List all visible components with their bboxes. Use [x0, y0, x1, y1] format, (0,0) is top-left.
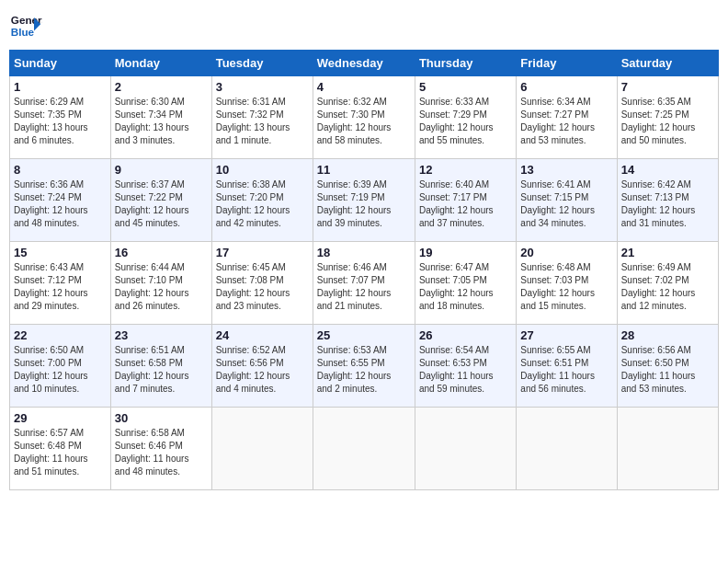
day-info: Sunrise: 6:40 AM Sunset: 7:17 PM Dayligh…: [419, 178, 512, 230]
day-number: 14: [621, 163, 714, 177]
header-cell-sunday: Sunday: [10, 51, 111, 76]
page-header: General Blue: [9, 9, 719, 42]
day-info: Sunrise: 6:53 AM Sunset: 6:55 PM Dayligh…: [317, 344, 411, 396]
header-cell-monday: Monday: [110, 51, 211, 76]
day-number: 10: [216, 163, 309, 177]
day-cell: 18Sunrise: 6:46 AM Sunset: 7:07 PM Dayli…: [313, 242, 415, 325]
day-cell: 1Sunrise: 6:29 AM Sunset: 7:35 PM Daylig…: [10, 76, 111, 159]
day-info: Sunrise: 6:34 AM Sunset: 7:27 PM Dayligh…: [520, 96, 612, 147]
day-info: Sunrise: 6:54 AM Sunset: 6:53 PM Dayligh…: [419, 344, 512, 396]
day-cell: 11Sunrise: 6:39 AM Sunset: 7:19 PM Dayli…: [313, 159, 415, 242]
day-number: 30: [115, 411, 208, 425]
day-cell: 23Sunrise: 6:51 AM Sunset: 6:58 PM Dayli…: [110, 325, 211, 408]
day-cell: 7Sunrise: 6:35 AM Sunset: 7:25 PM Daylig…: [617, 76, 718, 159]
day-info: Sunrise: 6:46 AM Sunset: 7:07 PM Dayligh…: [317, 261, 411, 313]
day-number: 9: [115, 163, 208, 177]
day-number: 18: [317, 246, 411, 259]
day-info: Sunrise: 6:57 AM Sunset: 6:48 PM Dayligh…: [14, 427, 107, 478]
day-info: Sunrise: 6:47 AM Sunset: 7:05 PM Dayligh…: [419, 261, 512, 313]
day-number: 22: [14, 328, 107, 342]
day-cell: [415, 408, 516, 490]
day-cell: 29Sunrise: 6:57 AM Sunset: 6:48 PM Dayli…: [10, 408, 111, 490]
day-number: 19: [419, 246, 512, 259]
day-cell: 9Sunrise: 6:37 AM Sunset: 7:22 PM Daylig…: [110, 159, 211, 242]
day-info: Sunrise: 6:30 AM Sunset: 7:34 PM Dayligh…: [115, 96, 208, 147]
day-cell: 3Sunrise: 6:31 AM Sunset: 7:32 PM Daylig…: [211, 76, 313, 159]
calendar-header: SundayMondayTuesdayWednesdayThursdayFrid…: [10, 51, 719, 76]
day-number: 25: [317, 328, 411, 342]
day-number: 3: [216, 80, 309, 94]
header-cell-friday: Friday: [517, 51, 617, 76]
day-info: Sunrise: 6:38 AM Sunset: 7:20 PM Dayligh…: [216, 178, 309, 230]
day-cell: 19Sunrise: 6:47 AM Sunset: 7:05 PM Dayli…: [415, 242, 516, 325]
day-number: 17: [216, 246, 309, 259]
header-cell-tuesday: Tuesday: [211, 51, 313, 76]
day-cell: 25Sunrise: 6:53 AM Sunset: 6:55 PM Dayli…: [313, 325, 415, 408]
day-number: 4: [317, 80, 411, 94]
day-cell: [211, 408, 313, 490]
day-number: 6: [520, 80, 612, 94]
day-info: Sunrise: 6:42 AM Sunset: 7:13 PM Dayligh…: [621, 178, 714, 230]
header-cell-saturday: Saturday: [617, 51, 718, 76]
day-number: 24: [216, 328, 309, 342]
day-cell: 17Sunrise: 6:45 AM Sunset: 7:08 PM Dayli…: [211, 242, 313, 325]
day-info: Sunrise: 6:44 AM Sunset: 7:10 PM Dayligh…: [115, 261, 208, 313]
day-cell: 12Sunrise: 6:40 AM Sunset: 7:17 PM Dayli…: [415, 159, 516, 242]
day-info: Sunrise: 6:55 AM Sunset: 6:51 PM Dayligh…: [520, 344, 612, 396]
day-number: 23: [115, 328, 208, 342]
day-info: Sunrise: 6:32 AM Sunset: 7:30 PM Dayligh…: [317, 96, 411, 147]
day-cell: 15Sunrise: 6:43 AM Sunset: 7:12 PM Dayli…: [10, 242, 111, 325]
day-cell: 24Sunrise: 6:52 AM Sunset: 6:56 PM Dayli…: [211, 325, 313, 408]
day-cell: 21Sunrise: 6:49 AM Sunset: 7:02 PM Dayli…: [617, 242, 718, 325]
day-info: Sunrise: 6:35 AM Sunset: 7:25 PM Dayligh…: [621, 96, 714, 147]
day-info: Sunrise: 6:41 AM Sunset: 7:15 PM Dayligh…: [520, 178, 612, 230]
day-number: 5: [419, 80, 512, 94]
day-number: 7: [621, 80, 714, 94]
day-cell: 13Sunrise: 6:41 AM Sunset: 7:15 PM Dayli…: [517, 159, 617, 242]
week-row-3: 15Sunrise: 6:43 AM Sunset: 7:12 PM Dayli…: [10, 242, 719, 325]
day-cell: 28Sunrise: 6:56 AM Sunset: 6:50 PM Dayli…: [617, 325, 718, 408]
logo: General Blue: [9, 9, 42, 42]
header-cell-wednesday: Wednesday: [313, 51, 415, 76]
day-number: 13: [520, 163, 612, 177]
day-info: Sunrise: 6:39 AM Sunset: 7:19 PM Dayligh…: [317, 178, 411, 230]
day-number: 2: [115, 80, 208, 94]
header-cell-thursday: Thursday: [415, 51, 516, 76]
day-cell: 20Sunrise: 6:48 AM Sunset: 7:03 PM Dayli…: [517, 242, 617, 325]
svg-text:Blue: Blue: [11, 26, 35, 38]
day-info: Sunrise: 6:36 AM Sunset: 7:24 PM Dayligh…: [14, 178, 107, 230]
day-cell: 14Sunrise: 6:42 AM Sunset: 7:13 PM Dayli…: [617, 159, 718, 242]
week-row-4: 22Sunrise: 6:50 AM Sunset: 7:00 PM Dayli…: [10, 325, 719, 408]
day-number: 12: [419, 163, 512, 177]
day-number: 20: [520, 246, 612, 259]
day-number: 16: [115, 246, 208, 259]
day-info: Sunrise: 6:29 AM Sunset: 7:35 PM Dayligh…: [14, 96, 107, 147]
day-info: Sunrise: 6:51 AM Sunset: 6:58 PM Dayligh…: [115, 344, 208, 396]
day-cell: 10Sunrise: 6:38 AM Sunset: 7:20 PM Dayli…: [211, 159, 313, 242]
day-info: Sunrise: 6:48 AM Sunset: 7:03 PM Dayligh…: [520, 261, 612, 313]
calendar-table: SundayMondayTuesdayWednesdayThursdayFrid…: [9, 50, 719, 490]
header-row: SundayMondayTuesdayWednesdayThursdayFrid…: [10, 51, 719, 76]
day-number: 11: [317, 163, 411, 177]
day-cell: [313, 408, 415, 490]
day-number: 28: [621, 328, 714, 342]
day-cell: [517, 408, 617, 490]
day-info: Sunrise: 6:58 AM Sunset: 6:46 PM Dayligh…: [115, 427, 208, 478]
week-row-2: 8Sunrise: 6:36 AM Sunset: 7:24 PM Daylig…: [10, 159, 719, 242]
day-cell: 5Sunrise: 6:33 AM Sunset: 7:29 PM Daylig…: [415, 76, 516, 159]
day-cell: 27Sunrise: 6:55 AM Sunset: 6:51 PM Dayli…: [517, 325, 617, 408]
day-cell: 22Sunrise: 6:50 AM Sunset: 7:00 PM Dayli…: [10, 325, 111, 408]
week-row-5: 29Sunrise: 6:57 AM Sunset: 6:48 PM Dayli…: [10, 408, 719, 490]
day-number: 8: [14, 163, 107, 177]
day-info: Sunrise: 6:56 AM Sunset: 6:50 PM Dayligh…: [621, 344, 714, 396]
day-info: Sunrise: 6:49 AM Sunset: 7:02 PM Dayligh…: [621, 261, 714, 313]
day-cell: 6Sunrise: 6:34 AM Sunset: 7:27 PM Daylig…: [517, 76, 617, 159]
day-cell: 26Sunrise: 6:54 AM Sunset: 6:53 PM Dayli…: [415, 325, 516, 408]
calendar-body: 1Sunrise: 6:29 AM Sunset: 7:35 PM Daylig…: [10, 76, 719, 490]
day-cell: 8Sunrise: 6:36 AM Sunset: 7:24 PM Daylig…: [10, 159, 111, 242]
day-info: Sunrise: 6:50 AM Sunset: 7:00 PM Dayligh…: [14, 344, 107, 396]
day-info: Sunrise: 6:37 AM Sunset: 7:22 PM Dayligh…: [115, 178, 208, 230]
week-row-1: 1Sunrise: 6:29 AM Sunset: 7:35 PM Daylig…: [10, 76, 719, 159]
logo-icon: General Blue: [9, 9, 42, 42]
day-info: Sunrise: 6:33 AM Sunset: 7:29 PM Dayligh…: [419, 96, 512, 147]
